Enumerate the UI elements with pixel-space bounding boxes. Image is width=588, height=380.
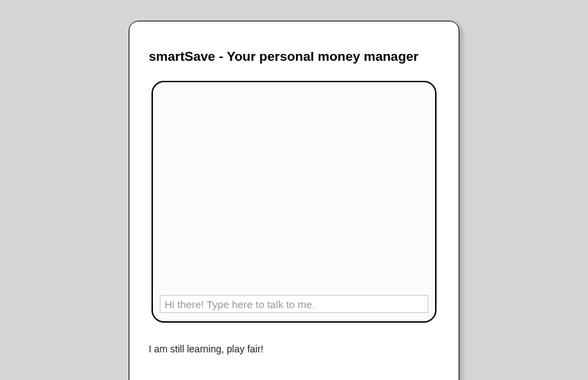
app-card: smartSave - Your personal money manager … [129, 21, 459, 380]
chat-frame [151, 81, 437, 323]
page-title: smartSave - Your personal money manager [149, 49, 439, 64]
footer-note: I am still learning, play fair! [149, 343, 439, 354]
chat-input[interactable] [160, 295, 428, 313]
chat-messages-area [160, 89, 428, 295]
